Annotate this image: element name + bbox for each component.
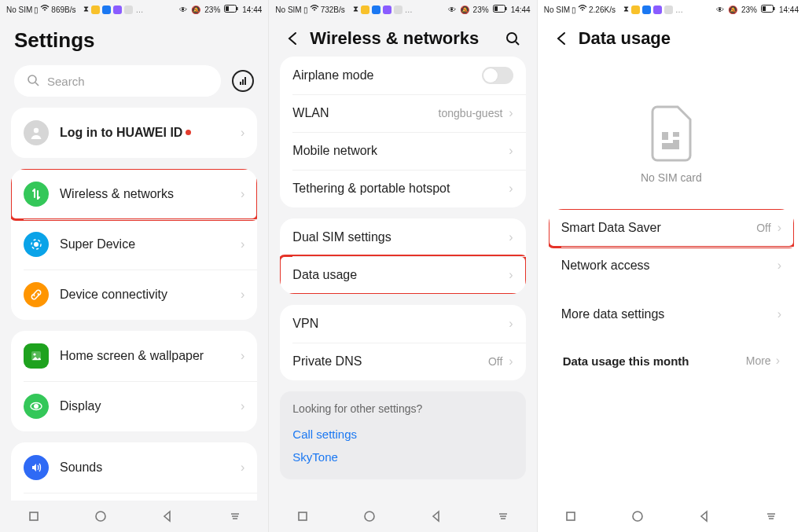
battery-pct: 23% xyxy=(204,6,220,14)
svg-point-21 xyxy=(507,33,516,42)
row-label: Dual SIM settings xyxy=(292,230,391,244)
status-app-icon xyxy=(361,6,369,14)
nav-menu-icon[interactable] xyxy=(227,508,243,524)
clock-text: 14:44 xyxy=(779,6,799,14)
svg-rect-7 xyxy=(244,77,246,85)
settings-item-display[interactable]: Display › xyxy=(11,381,257,431)
chevron-right-icon: › xyxy=(776,308,781,321)
row-mobile-network[interactable]: Mobile network › xyxy=(280,132,525,170)
row-label: Sounds xyxy=(60,460,102,475)
quick-access-button[interactable] xyxy=(232,70,254,92)
screen-settings: No SIM ▯ 869B/s ⧗ … 👁 🔕 23% 14:44 Settin xyxy=(0,0,268,532)
row-label: Tethering & portable hotspot xyxy=(292,182,450,196)
settings-item-sounds[interactable]: Sounds › xyxy=(11,442,257,493)
sim-slot-icon: ▯ xyxy=(303,6,308,14)
back-button[interactable] xyxy=(283,28,303,49)
search-input[interactable]: Search xyxy=(14,65,221,97)
chevron-right-icon: › xyxy=(239,350,244,362)
nav-back-icon[interactable] xyxy=(160,508,175,524)
status-app-icon xyxy=(91,6,100,14)
no-sim-block: No SIM card xyxy=(549,61,794,209)
row-wlan[interactable]: WLAN tongbu-guest › xyxy=(280,94,525,132)
sim-card-icon xyxy=(646,104,697,162)
hint-link-call-settings[interactable]: Call settings xyxy=(292,423,513,446)
nav-bar xyxy=(0,501,268,532)
hint-link-skytone[interactable]: SkyTone xyxy=(292,446,513,468)
svg-point-9 xyxy=(34,242,39,247)
svg-rect-28 xyxy=(662,132,668,140)
hourglass-icon: ⧗ xyxy=(623,5,629,14)
nav-menu-icon[interactable] xyxy=(763,508,779,524)
chevron-right-icon: › xyxy=(239,461,244,474)
silent-icon: 🔕 xyxy=(728,6,737,14)
status-app-icon xyxy=(664,6,673,14)
nav-recent-icon[interactable] xyxy=(563,508,579,524)
row-smart-data-saver[interactable]: Smart Data Saver Off › xyxy=(549,209,794,247)
wifi-icon xyxy=(578,5,587,14)
row-label: Home screen & wallpaper xyxy=(60,349,204,363)
status-app-icon xyxy=(372,6,380,14)
airplane-toggle[interactable] xyxy=(482,67,513,84)
back-button[interactable] xyxy=(552,28,572,49)
connectivity-icon xyxy=(24,282,49,307)
row-vpn[interactable]: VPN › xyxy=(280,305,525,343)
chevron-right-icon: › xyxy=(239,400,244,413)
svg-line-22 xyxy=(516,42,519,45)
super-device-icon xyxy=(24,232,49,257)
settings-item-wireless[interactable]: Wireless & networks › xyxy=(11,169,257,219)
svg-point-13 xyxy=(34,404,39,409)
svg-point-3 xyxy=(28,75,36,83)
data-rate: 869B/s xyxy=(51,6,75,14)
row-label: VPN xyxy=(292,317,318,331)
svg-point-24 xyxy=(365,512,374,521)
nav-back-icon[interactable] xyxy=(428,508,444,524)
row-label: Network access xyxy=(561,259,650,273)
notification-dot-icon xyxy=(186,130,191,135)
wifi-icon xyxy=(40,5,50,14)
nav-home-icon[interactable] xyxy=(630,508,645,524)
svg-rect-6 xyxy=(242,79,244,85)
nav-recent-icon[interactable] xyxy=(26,508,42,524)
status-app-icon xyxy=(642,6,651,14)
more-dots-icon: … xyxy=(675,6,683,14)
status-app-icon xyxy=(631,6,640,14)
status-bar: No SIM ▯ 2.26K/s ⧗ … 👁 🔕 23% 14:44 xyxy=(538,0,805,17)
settings-item-notifications[interactable]: Notifications › xyxy=(11,493,257,501)
svg-rect-19 xyxy=(505,7,507,10)
status-app-icon xyxy=(653,6,662,14)
svg-rect-27 xyxy=(763,6,766,11)
battery-pct: 23% xyxy=(741,6,757,14)
status-bar: No SIM ▯ 869B/s ⧗ … 👁 🔕 23% 14:44 xyxy=(0,0,268,17)
row-airplane-mode[interactable]: Airplane mode xyxy=(280,57,525,94)
screen-wireless-networks: No SIM ▯ 732B/s ⧗ … 👁 🔕 23% 14:44 Wirele… xyxy=(268,0,536,532)
hourglass-icon: ⧗ xyxy=(353,5,358,14)
nav-recent-icon[interactable] xyxy=(295,508,311,524)
row-private-dns[interactable]: Private DNS Off › xyxy=(280,343,525,380)
svg-rect-32 xyxy=(567,512,575,520)
nav-back-icon[interactable] xyxy=(697,508,712,524)
settings-item-super-device[interactable]: Super Device › xyxy=(11,219,257,270)
settings-list: Log in to HUAWEI ID › Wireless & network… xyxy=(0,108,268,501)
nav-home-icon[interactable] xyxy=(93,508,108,524)
data-rate: 2.26K/s xyxy=(589,6,616,14)
chevron-right-icon: › xyxy=(507,317,513,330)
more-dots-icon: … xyxy=(405,6,413,14)
data-usage-content: No SIM card Smart Data Saver Off › Netwo… xyxy=(538,57,805,501)
chevron-right-icon: › xyxy=(239,127,244,139)
row-data-usage-month[interactable]: Data usage this month More › xyxy=(549,344,794,377)
row-dual-sim[interactable]: Dual SIM settings › xyxy=(280,218,525,256)
row-more-data-settings[interactable]: More data settings › xyxy=(549,295,794,333)
chevron-right-icon: › xyxy=(507,355,513,368)
settings-item-home-screen[interactable]: Home screen & wallpaper › xyxy=(11,331,257,381)
settings-item-connectivity[interactable]: Device connectivity › xyxy=(11,270,257,320)
nav-menu-icon[interactable] xyxy=(495,508,511,524)
svg-rect-29 xyxy=(673,132,679,137)
row-network-access[interactable]: Network access › xyxy=(549,247,794,284)
login-row[interactable]: Log in to HUAWEI ID › xyxy=(11,108,257,158)
nav-home-icon[interactable] xyxy=(362,508,377,524)
row-data-usage[interactable]: Data usage › xyxy=(280,256,525,294)
row-tethering[interactable]: Tethering & portable hotspot › xyxy=(280,170,525,207)
status-app-icon xyxy=(383,6,391,14)
search-button[interactable] xyxy=(502,28,523,49)
silent-icon: 🔕 xyxy=(191,6,200,14)
